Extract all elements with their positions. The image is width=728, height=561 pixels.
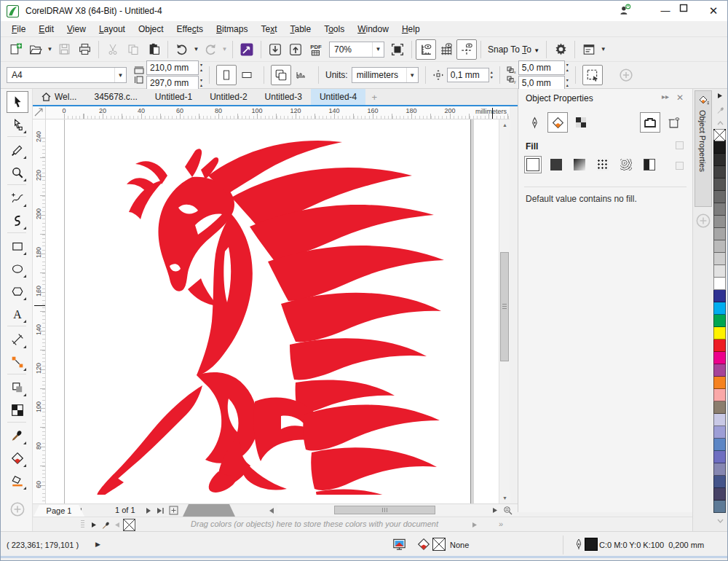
menu-help[interactable]: Help (395, 23, 427, 36)
color-swatch-1a1a1a[interactable] (713, 141, 726, 154)
vertical-ruler[interactable]: 2402202001801601401201008060 (33, 119, 46, 503)
horizontal-scrollbar[interactable] (277, 505, 519, 516)
color-swatch-00adef[interactable] (713, 302, 726, 315)
color-swatch-414141[interactable] (713, 166, 726, 178)
no-color-swatch[interactable] (713, 129, 726, 141)
nudge-distance-input[interactable]: 0,1 mm (447, 68, 489, 82)
color-settings-icon[interactable] (392, 538, 406, 552)
add-preset-button[interactable] (616, 65, 636, 85)
save-button[interactable] (54, 39, 74, 60)
interactive-zoom-icon[interactable] (502, 505, 513, 516)
doc-palette-no-color-swatch[interactable] (123, 519, 135, 531)
new-document-tab-button[interactable]: + (365, 89, 383, 105)
vertical-scroll-thumb[interactable] (500, 252, 509, 361)
color-swatch-44548a[interactable] (713, 476, 726, 488)
landscape-button[interactable] (237, 65, 257, 85)
zoom-tool[interactable] (7, 162, 28, 184)
fill-status-icon[interactable] (417, 538, 430, 551)
palette-drag-grip[interactable] (81, 520, 84, 529)
vertical-scrollbar[interactable]: ▲ ▼ (499, 119, 510, 503)
page-height-spinner[interactable]: ▾▴ (200, 78, 202, 88)
palette-flyout-arrow[interactable] (88, 519, 99, 530)
transparency-section-tab[interactable] (571, 112, 591, 133)
fill-none-swatch[interactable] (432, 538, 446, 551)
color-swatch-919191[interactable] (713, 216, 726, 228)
shape-tool[interactable] (7, 114, 28, 136)
palette-scroll-right[interactable] (469, 519, 480, 530)
page-tab-label[interactable]: Page 1 (33, 505, 84, 517)
color-swatch-ec008c[interactable] (713, 352, 726, 364)
dimension-tool[interactable] (7, 329, 28, 350)
export-button[interactable] (285, 39, 306, 60)
fountain-fill-button[interactable] (571, 156, 588, 173)
menu-layout[interactable]: Layout (92, 23, 132, 36)
palette-eyedropper-button[interactable] (713, 105, 727, 115)
document-tab-untitled-3[interactable]: Untitled-3 (256, 89, 311, 105)
outline-section-tab[interactable] (524, 112, 545, 133)
transparency-tool[interactable] (7, 399, 28, 421)
undo-dropdown[interactable]: ▼ (192, 40, 200, 59)
color-swatch-9d9ed6[interactable] (713, 426, 726, 439)
copy-button[interactable] (123, 39, 143, 60)
quick-customize-button[interactable] (663, 112, 684, 133)
print-button[interactable] (74, 39, 95, 60)
interactive-fill-tool[interactable] (7, 447, 28, 469)
search-content-button[interactable] (237, 39, 257, 60)
color-swatch-c9c9e6[interactable] (713, 414, 726, 426)
color-swatch-7d7d7d[interactable] (713, 203, 726, 216)
duplicate-y-spinner[interactable]: ▾▴ (566, 78, 569, 88)
duplicate-y-input[interactable]: 5,0 mm (518, 76, 565, 90)
menu-object[interactable]: Object (132, 23, 170, 36)
palette-scroll-left[interactable] (111, 519, 122, 530)
page-size-preset-combo[interactable]: A4▼ (7, 67, 127, 83)
page-width-input[interactable]: 210,0 mm (146, 60, 199, 75)
drawing-canvas[interactable] (46, 119, 499, 503)
show-rulers-toggle[interactable] (416, 39, 436, 60)
color-swatch-696969[interactable] (713, 191, 726, 203)
color-swatch-e2e2e2[interactable] (713, 265, 726, 278)
menu-effects[interactable]: Effects (170, 23, 210, 36)
document-tab-untitled-4[interactable]: Untitled-4 (311, 89, 365, 105)
full-screen-preview-button[interactable] (387, 39, 408, 60)
color-swatch-f9a8a8[interactable] (713, 389, 726, 401)
menu-window[interactable]: Window (351, 23, 395, 36)
pan-flyout-arrow[interactable] (489, 505, 500, 516)
menu-table[interactable]: Table (283, 23, 317, 36)
scroll-left-button[interactable] (266, 505, 277, 516)
fill-section-checkbox[interactable] (676, 141, 684, 149)
polygon-tool[interactable] (7, 280, 28, 302)
scroll-up-button[interactable]: ▲ (499, 119, 510, 130)
maximize-button[interactable] (679, 4, 701, 18)
palette-expand-button[interactable]: » (499, 519, 503, 528)
color-swatch-2d2d2d[interactable] (713, 154, 726, 166)
treat-as-filled-toggle[interactable] (582, 65, 603, 85)
new-document-button[interactable] (5, 39, 25, 60)
connector-tool[interactable] (7, 351, 28, 373)
application-launcher-dropdown[interactable]: ▼ (599, 40, 607, 59)
account-icon[interactable] (618, 4, 640, 18)
customize-toolbox-button[interactable] (7, 498, 28, 520)
no-fill-button[interactable] (524, 156, 542, 173)
drop-shadow-tool[interactable] (7, 377, 28, 399)
docker-collapse-icon[interactable]: ▸▸ (662, 93, 669, 101)
color-swatch-2e3192[interactable] (713, 290, 726, 302)
color-swatch-bababa[interactable] (713, 240, 726, 253)
object-properties-vertical-tab[interactable]: Object Properties (695, 90, 712, 207)
color-swatch-a6a6a6[interactable] (713, 228, 726, 240)
next-page-button[interactable] (143, 505, 154, 516)
color-swatch-6e6ec1[interactable] (713, 451, 726, 463)
ellipse-tool[interactable] (7, 258, 28, 280)
page-tab[interactable] (183, 504, 235, 517)
color-swatch-ffffff[interactable] (713, 278, 726, 290)
color-swatch-8687b2[interactable] (713, 463, 726, 476)
rectangle-tool[interactable] (7, 235, 28, 257)
minimize-button[interactable]: — (654, 4, 676, 18)
current-page-button[interactable] (291, 65, 312, 85)
document-tab-untitled-1[interactable]: Untitled-1 (146, 89, 201, 105)
text-tool[interactable]: A (7, 303, 28, 325)
add-docker-button[interactable] (695, 213, 711, 229)
zoom-level-combo[interactable]: 70%▼ (329, 42, 384, 58)
smart-fill-tool[interactable] (7, 470, 28, 492)
options-gear-button[interactable] (550, 39, 571, 60)
fill-section-tab[interactable] (547, 112, 568, 133)
